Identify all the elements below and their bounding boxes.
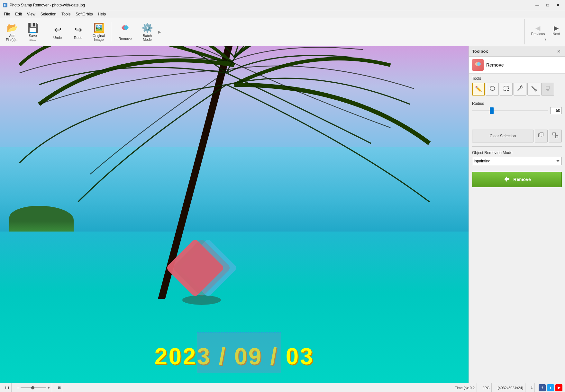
menu-help[interactable]: Help <box>96 10 109 18</box>
window-title: Photo Stamp Remover - photo-with-date.jp… <box>10 3 533 7</box>
copy-to-selection-button[interactable] <box>535 130 548 142</box>
menu-tools[interactable]: Tools <box>59 10 73 18</box>
remove-action-section: Remove <box>469 168 565 191</box>
zoom-slider-section: – + <box>15 383 52 392</box>
status-bar: 1:1 – + ⊞ Time (s): 0.2 JPG (4032x3024x2… <box>0 383 565 392</box>
menu-file[interactable]: File <box>1 10 13 18</box>
menu-selection[interactable]: Selection <box>38 10 59 18</box>
batch-mode-button[interactable]: ⚙️ Batch Mode <box>138 20 157 44</box>
object-removing-mode-section: Object Removing Mode Inpainting Smart Fi… <box>469 148 565 168</box>
main-content: 2023 / 09 / 03 Toolbox ✕ Remove Tools <box>0 46 565 383</box>
toolbox-panel: Toolbox ✕ Remove Tools ✏️ <box>469 46 565 383</box>
next-button[interactable]: ▶ Next <box>550 23 562 37</box>
remove-icon <box>120 23 130 36</box>
stamp-tool-button[interactable] <box>541 83 554 96</box>
svg-rect-13 <box>504 86 508 91</box>
brush-tool-button[interactable] <box>527 83 540 96</box>
original-image-button[interactable]: 🖼️ Original Image <box>89 20 108 44</box>
toolbar-expand-icon[interactable]: ▸ <box>158 28 161 35</box>
next-label: Next <box>552 32 560 36</box>
zoom-slider[interactable] <box>21 387 46 388</box>
maximize-button[interactable]: □ <box>543 2 552 9</box>
stamp-icon <box>544 85 551 93</box>
separator-1 <box>45 22 45 41</box>
radius-section: Radius 50 <box>469 101 565 117</box>
photo-background: 2023 / 09 / 03 <box>0 46 469 383</box>
redo-icon: ↪ <box>75 24 82 35</box>
dimensions-section: (4032x3024x24) <box>496 383 525 392</box>
facebook-icon[interactable]: f <box>539 384 546 391</box>
svg-point-5 <box>182 295 221 305</box>
previous-arrow-icon: ◀ <box>535 24 540 32</box>
lasso-icon <box>489 85 496 93</box>
selection-overlay <box>197 333 281 373</box>
lasso-tool-button[interactable] <box>486 83 499 96</box>
add-file-label: Add File(s)... <box>6 34 19 41</box>
previous-button[interactable]: ◀ Previous <box>529 23 548 37</box>
menu-edit[interactable]: Edit <box>13 10 24 18</box>
youtube-icon[interactable]: ▶ <box>555 384 562 391</box>
pencil-tool-button[interactable]: ✏️ <box>472 83 485 96</box>
add-file-icon: 📂 <box>7 23 18 33</box>
remove-button[interactable]: Remove <box>114 20 136 44</box>
softorbits-logo <box>161 228 242 309</box>
pencil-icon: ✏️ <box>475 86 482 93</box>
nav-buttons: ◀ Previous ▶ Next <box>529 23 562 37</box>
zoom-label-section: 1:1 <box>3 383 12 392</box>
window-controls: — □ ✕ <box>533 2 562 9</box>
tools-section: Tools ✏️ <box>469 74 565 101</box>
menu-softorbits[interactable]: SoftOrbits <box>73 10 95 18</box>
magic-wand-icon <box>517 85 523 93</box>
tools-section-label: Tools <box>472 76 562 81</box>
title-bar: P Photo Stamp Remover - photo-with-date.… <box>0 0 565 10</box>
original-image-label: Original Image <box>93 34 105 41</box>
nav-hint: ▼ <box>544 38 547 41</box>
selection-options-button[interactable] <box>549 130 562 142</box>
undo-label: Undo <box>53 36 62 40</box>
svg-text:P: P <box>4 4 6 7</box>
remove-section: Remove <box>469 57 565 74</box>
svg-rect-24 <box>540 133 543 136</box>
save-as-icon: 💾 <box>27 23 39 33</box>
rect-select-tool-button[interactable] <box>500 83 513 96</box>
save-as-label: Save as... <box>29 34 37 41</box>
format-section: JPG <box>481 383 492 392</box>
format-label: JPG <box>483 386 489 390</box>
undo-button[interactable]: ↩ Undo <box>48 20 67 44</box>
selection-options-icon <box>552 132 558 140</box>
svg-rect-25 <box>553 133 555 135</box>
radius-row: 50 <box>472 107 562 114</box>
object-removing-mode-select[interactable]: Inpainting Smart Fill Average <box>472 157 562 165</box>
menu-view[interactable]: View <box>24 10 38 18</box>
twitter-icon[interactable]: t <box>547 384 554 391</box>
brush-icon <box>531 85 537 93</box>
object-removing-mode-label: Object Removing Mode <box>472 150 562 155</box>
radius-slider[interactable] <box>472 110 548 111</box>
remove-action-button[interactable]: Remove <box>472 172 562 187</box>
spacer <box>469 117 565 127</box>
svg-point-19 <box>535 89 537 91</box>
info-icon[interactable]: ℹ <box>531 386 533 390</box>
redo-button[interactable]: ↪ Redo <box>68 20 88 44</box>
remove-section-label: Remove <box>486 62 504 68</box>
remove-action-icon <box>503 175 511 184</box>
canvas-area[interactable]: 2023 / 09 / 03 <box>0 46 469 383</box>
magic-wand-tool-button[interactable] <box>514 83 526 96</box>
svg-rect-20 <box>546 86 549 89</box>
view-mode-section: ⊞ <box>56 383 63 392</box>
toolbox-header: Toolbox ✕ <box>469 46 565 57</box>
tools-row: ✏️ <box>472 83 562 96</box>
svg-marker-27 <box>504 177 509 182</box>
toolbox-close-button[interactable]: ✕ <box>556 49 562 54</box>
close-button[interactable]: ✕ <box>553 2 562 9</box>
clear-selection-button[interactable]: Clear Selection <box>472 130 533 142</box>
rect-select-icon <box>503 85 509 93</box>
minimize-button[interactable]: — <box>533 2 542 9</box>
add-file-button[interactable]: 📂 Add File(s)... <box>3 20 22 44</box>
toolbar-nav: ◀ Previous ▶ Next ▼ <box>524 19 562 44</box>
time-section: Time (s): 0.2 <box>453 383 477 392</box>
previous-label: Previous <box>531 32 545 36</box>
undo-icon: ↩ <box>54 24 61 35</box>
selection-buttons-row: Clear Selection <box>469 127 565 145</box>
save-as-button[interactable]: 💾 Save as... <box>23 20 42 44</box>
